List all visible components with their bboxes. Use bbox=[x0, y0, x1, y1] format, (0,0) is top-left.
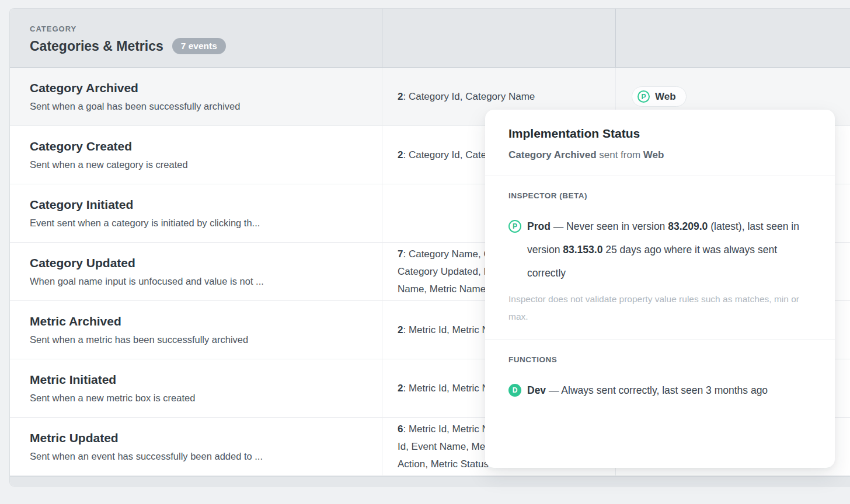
category-title: Categories & Metrics bbox=[30, 38, 163, 54]
event-description: Event sent when a category is initiated … bbox=[30, 215, 382, 230]
event-name: Metric Updated bbox=[30, 429, 382, 447]
event-name: Metric Initiated bbox=[30, 371, 382, 388]
sources-header-cell bbox=[616, 9, 850, 67]
implementation-status-popover: Implementation Status Category Archived … bbox=[485, 110, 835, 468]
event-name: Category Updated bbox=[30, 254, 382, 272]
event-description: Sent when a metric has been successfully… bbox=[30, 332, 382, 347]
event-description: Sent when a goal has been successfully a… bbox=[30, 99, 382, 114]
properties-header-cell bbox=[382, 9, 616, 67]
inspector-section-heading: INSPECTOR (BETA) bbox=[508, 191, 811, 200]
inspector-prod-text: Prod — Never seen in version 83.209.0 (l… bbox=[527, 215, 811, 285]
functions-dev-text: Dev — Always sent correctly, last seen 3… bbox=[527, 379, 768, 402]
event-description: Sent when a new metric box is created bbox=[30, 390, 382, 405]
inspector-prod-item: P Prod — Never seen in version 83.209.0 … bbox=[508, 215, 811, 285]
source-badge-web[interactable]: P Web bbox=[632, 86, 687, 107]
event-count-badge: 7 events bbox=[172, 38, 226, 54]
category-header-row: CATEGORY Categories & Metrics 7 events bbox=[10, 9, 850, 68]
event-description: Sent when a new category is created bbox=[30, 157, 382, 172]
event-name: Category Initiated bbox=[30, 196, 382, 214]
event-description: When goal name input is unfocused and va… bbox=[30, 274, 382, 289]
event-name: Category Archived bbox=[30, 79, 382, 97]
inspector-note: Inspector does not validate property val… bbox=[508, 290, 803, 326]
functions-dev-item: D Dev — Always sent correctly, last seen… bbox=[508, 379, 811, 402]
prod-env-icon: P bbox=[638, 90, 650, 103]
category-kicker: CATEGORY bbox=[30, 9, 382, 33]
prod-env-icon: P bbox=[508, 220, 521, 233]
popover-title: Implementation Status bbox=[508, 127, 811, 141]
dev-env-icon: D bbox=[508, 384, 521, 397]
table-footer-strip bbox=[10, 476, 850, 487]
functions-section-heading: FUNCTIONS bbox=[508, 355, 811, 364]
source-badge-label: Web bbox=[655, 91, 676, 103]
popover-subtitle: Category Archived sent from Web bbox=[508, 149, 811, 161]
event-name: Category Created bbox=[30, 138, 382, 155]
event-description: Sent when an event has successfully been… bbox=[30, 449, 382, 464]
category-header-cell: CATEGORY Categories & Metrics 7 events bbox=[10, 9, 382, 67]
event-properties: 2: Category Id, Category Name bbox=[398, 88, 615, 106]
event-name: Metric Archived bbox=[30, 313, 382, 330]
